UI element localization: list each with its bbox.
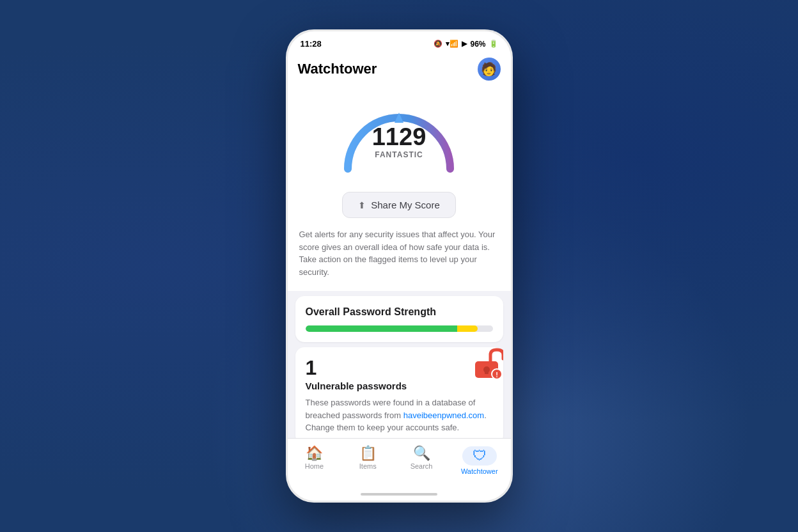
battery-icon: 🔋 bbox=[489, 40, 498, 48]
tab-search-label: Search bbox=[411, 462, 433, 470]
tab-watchtower-label: Watchtower bbox=[461, 467, 498, 475]
svg-rect-3 bbox=[485, 370, 489, 374]
vulnerable-count: 1 bbox=[306, 357, 493, 378]
share-icon: ⬆ bbox=[358, 200, 366, 210]
vulnerable-passwords-card[interactable]: ! 1 Vulnerable passwords These passwords… bbox=[295, 347, 503, 438]
items-icon: 📋 bbox=[359, 446, 377, 460]
avatar-icon: 🧑 bbox=[481, 63, 497, 75]
tab-home-label: Home bbox=[305, 462, 324, 470]
home-indicator bbox=[288, 490, 511, 501]
share-button-label: Share My Score bbox=[371, 199, 440, 210]
score-number: 1129 bbox=[372, 125, 426, 149]
tab-watchtower-bg: 🛡 bbox=[462, 446, 497, 465]
security-gauge: 1129 FANTASTIC bbox=[335, 98, 463, 182]
tab-home[interactable]: 🏠 Home bbox=[295, 444, 333, 478]
phone-screen: 11:28 🔕 ▾📶 ▶ 96% 🔋 Watchtower 🧑 bbox=[288, 31, 511, 501]
app-header: Watchtower 🧑 bbox=[288, 52, 511, 88]
tab-watchtower[interactable]: 🛡 Watchtower bbox=[456, 444, 503, 478]
status-bar: 11:28 🔕 ▾📶 ▶ 96% 🔋 bbox=[288, 31, 511, 52]
profile-avatar-button[interactable]: 🧑 bbox=[478, 58, 501, 81]
vulnerable-description: These passwords were found in a database… bbox=[306, 396, 493, 434]
password-strength-title: Overall Password Strength bbox=[306, 306, 493, 318]
watchtower-icon: 🛡 bbox=[473, 448, 487, 464]
gauge-score-display: 1129 FANTASTIC bbox=[372, 125, 426, 159]
tab-search[interactable]: 🔍 Search bbox=[402, 444, 441, 478]
mute-icon: 🔕 bbox=[434, 40, 442, 48]
score-label: FANTASTIC bbox=[372, 150, 426, 159]
battery-level: 96% bbox=[470, 40, 485, 49]
share-score-button[interactable]: ⬆ Share My Score bbox=[342, 192, 456, 218]
scroll-content: 1129 FANTASTIC ⬆ Share My Score Get aler… bbox=[288, 88, 511, 438]
score-section: 1129 FANTASTIC ⬆ Share My Score Get aler… bbox=[288, 88, 511, 291]
password-strength-card: Overall Password Strength bbox=[295, 296, 503, 342]
home-bar bbox=[361, 493, 437, 496]
haveibeenpwned-link[interactable]: haveibeenpwned.com bbox=[403, 411, 484, 420]
home-icon: 🏠 bbox=[306, 446, 323, 460]
status-right: 🔕 ▾📶 ▶ 96% 🔋 bbox=[434, 40, 497, 49]
tab-bar: 🏠 Home 📋 Items 🔍 Search 🛡 Watchtower bbox=[288, 438, 511, 490]
search-icon: 🔍 bbox=[413, 446, 430, 460]
tab-items-label: Items bbox=[359, 462, 377, 470]
wifi-icon: ▾📶 bbox=[446, 40, 458, 48]
vulnerable-title: Vulnerable passwords bbox=[306, 380, 493, 391]
strength-bar-fill bbox=[306, 325, 478, 332]
status-time: 11:28 bbox=[301, 39, 322, 49]
phone-shell: 11:28 🔕 ▾📶 ▶ 96% 🔋 Watchtower 🧑 bbox=[286, 29, 513, 503]
svg-text:!: ! bbox=[496, 371, 498, 379]
strength-bar-background bbox=[306, 325, 493, 332]
page-title: Watchtower bbox=[298, 61, 377, 77]
tab-items[interactable]: 📋 Items bbox=[348, 444, 387, 478]
signal-icon: ▶ bbox=[462, 40, 467, 48]
watchtower-description: Get alerts for any security issues that … bbox=[298, 228, 501, 278]
open-lock-icon: ! bbox=[473, 347, 503, 380]
